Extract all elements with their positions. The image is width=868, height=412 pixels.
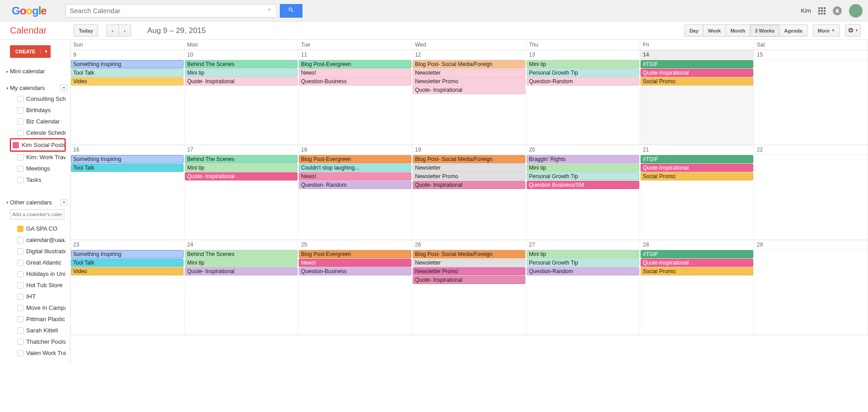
calendar-event[interactable]: Something Inspiring <box>71 250 184 258</box>
calendar-event[interactable]: Blog Post- Social Media/Foreign <box>413 60 525 68</box>
day-cell[interactable]: 11Blog Post-EvergreenNews!Question-Busin… <box>298 50 412 145</box>
calendar-event[interactable]: Mini tip <box>527 164 639 172</box>
apps-icon[interactable] <box>818 7 826 14</box>
prev-button[interactable]: ‹ <box>106 24 119 37</box>
other-calendars-header[interactable]: ▾ Other calendars ▼ <box>10 197 66 208</box>
calendar-event[interactable]: Tool Talk <box>71 164 184 172</box>
calendar-event[interactable]: Question-Random <box>527 77 639 85</box>
view-day[interactable]: Day <box>684 24 703 37</box>
calendar-event[interactable]: Quote-Inspirational <box>641 164 753 172</box>
calendar-event[interactable]: Behind The Scenes <box>185 60 297 68</box>
my-calendar-item[interactable]: Celeste Schedule <box>10 127 66 138</box>
next-button[interactable]: › <box>118 24 131 37</box>
create-dropdown-icon[interactable]: ▼ <box>41 49 51 54</box>
calendar-event[interactable]: Personal Growth Tip <box>527 69 639 77</box>
calendar-event[interactable]: #TGIF <box>641 155 753 163</box>
my-calendar-item[interactable]: Kim Social Posts Ideas <box>10 138 66 152</box>
other-calendar-item[interactable]: calendar@uaa.edu <box>10 234 66 246</box>
calendar-event[interactable]: Newsletter <box>413 69 525 77</box>
calendar-event[interactable]: Mini tip <box>527 250 639 258</box>
calendar-event[interactable]: Quote- Inspirational <box>185 172 297 180</box>
calendar-event[interactable]: #TGIF <box>641 250 753 258</box>
day-cell[interactable]: 10Behind The ScenesMini tipQuote- Inspir… <box>184 50 298 145</box>
more-button[interactable]: More ▼ <box>813 24 840 37</box>
search-options-dropdown[interactable]: ▼ <box>267 7 272 21</box>
other-calendar-item[interactable]: Digital Illustration: C... <box>10 246 66 257</box>
my-calendar-item[interactable]: Kim: Work Traveling ... <box>10 152 66 163</box>
calendar-event[interactable]: Social Promo: <box>641 77 753 85</box>
calendar-event[interactable]: Question-Random <box>527 267 639 275</box>
calendar-event[interactable]: Mini tip <box>185 164 297 172</box>
google-logo[interactable]: Google <box>12 5 47 17</box>
calendar-event[interactable]: Quote-Inspirational <box>641 259 753 267</box>
day-cell[interactable]: 23Something InspiringTool TalkVideo <box>71 240 184 335</box>
calendar-event[interactable]: Newsletter Promo <box>413 77 525 85</box>
my-calendar-item[interactable]: Biz Calendar <box>10 116 66 127</box>
calendar-event[interactable]: Social Promo: <box>641 267 753 275</box>
calendar-event[interactable]: Question- Random <box>299 181 411 189</box>
calendar-event[interactable]: Quote- Inspirational <box>185 267 297 275</box>
calendar-event[interactable]: Social Promo: <box>641 172 753 180</box>
day-cell[interactable]: 17Behind The ScenesMini tipQuote- Inspir… <box>184 145 298 240</box>
day-cell[interactable]: 26Blog Post- Social Media/ForeignNewslet… <box>412 240 526 335</box>
user-avatar[interactable] <box>849 4 863 18</box>
calendar-event[interactable]: Blog Post-Evergreen <box>299 60 411 68</box>
day-cell[interactable]: 15 <box>754 50 868 145</box>
my-calendar-item[interactable]: Birthdays <box>10 104 66 116</box>
calendar-event[interactable]: Blog Post-Evergreen <box>299 250 411 258</box>
calendar-event[interactable]: #TGIF <box>641 60 753 68</box>
calendar-event[interactable]: News! <box>299 172 411 180</box>
calendar-event[interactable]: Something Inspiring <box>71 155 184 163</box>
search-input[interactable] <box>66 4 275 18</box>
day-cell[interactable]: 13Mini tipPersonal Growth TipQuestion-Ra… <box>526 50 640 145</box>
day-cell[interactable]: 19Blog Post- Social Media/ForeignNewslet… <box>412 145 526 240</box>
calendar-event[interactable]: Mini tip <box>527 60 639 68</box>
other-calendar-item[interactable]: Pittman Plastic Social <box>10 313 66 325</box>
calendar-event[interactable]: Couldn't stop laughing... <box>299 164 411 172</box>
view-month[interactable]: Month <box>726 24 750 37</box>
calendar-event[interactable]: Quote- Inspirational <box>185 77 297 85</box>
other-calendar-item[interactable]: Thatcher Pools <box>10 336 66 347</box>
calendar-event[interactable]: Question-Business <box>299 267 411 275</box>
calendar-event[interactable]: Personal Growth Tip <box>527 172 639 180</box>
other-calendar-item[interactable]: GA SPA CO <box>10 223 66 234</box>
calendar-event[interactable]: Mini tip <box>185 259 297 267</box>
add-coworker-input[interactable] <box>10 209 64 219</box>
calendar-event[interactable]: Blog Post- Social Media/Foreign <box>413 155 525 163</box>
my-calendars-options[interactable]: ▼ <box>61 85 67 91</box>
calendar-event[interactable]: Mini tip <box>185 69 297 77</box>
calendar-event[interactable]: Newsletter Promo <box>413 267 525 275</box>
calendar-event[interactable]: Behind The Scenes <box>185 155 297 163</box>
other-calendar-item[interactable]: Move In Campaign <box>10 302 66 313</box>
other-calendar-item[interactable]: IHT <box>10 291 66 302</box>
day-cell[interactable]: 24Behind The ScenesMini tipQuote- Inspir… <box>184 240 298 335</box>
my-calendar-item[interactable]: Meetings <box>10 163 66 174</box>
app-title[interactable]: Calendar <box>10 25 47 36</box>
day-cell[interactable]: 29 <box>754 240 868 335</box>
other-calendars-options[interactable]: ▼ <box>61 199 67 206</box>
calendar-event[interactable]: Quote- Inspirational <box>413 276 525 284</box>
calendar-event[interactable]: Braggin' Rights <box>527 155 639 163</box>
day-cell[interactable]: 22 <box>754 145 868 240</box>
day-cell[interactable]: 14#TGIFQuote-InspirationalSocial Promo: <box>640 50 754 145</box>
calendar-event[interactable]: Personal Growth Tip <box>527 259 639 267</box>
other-calendar-item[interactable]: Valen Work Travelin... <box>10 347 66 359</box>
my-calendars-header[interactable]: ▾ My calendars ▼ <box>10 83 66 93</box>
calendar-event[interactable]: Quote-Inspirational <box>641 69 753 77</box>
other-calendar-item[interactable]: Hot Tub Store <box>10 279 66 291</box>
calendar-event[interactable]: Newsletter Promo <box>413 172 525 180</box>
day-cell[interactable]: 21#TGIFQuote-InspirationalSocial Promo: <box>640 145 754 240</box>
settings-button[interactable]: ▼ <box>845 24 861 37</box>
view-week[interactable]: Week <box>703 24 726 37</box>
other-calendar-item[interactable]: Sarah Kittell <box>10 325 66 336</box>
view-3-weeks[interactable]: 3 Weeks <box>750 24 780 37</box>
calendar-event[interactable]: Quote- Inspirational <box>413 181 525 189</box>
calendar-event[interactable]: Behind The Scenes <box>185 250 297 258</box>
calendar-event[interactable]: News! <box>299 259 411 267</box>
day-cell[interactable]: 25Blog Post-EvergreenNews!Question-Busin… <box>298 240 412 335</box>
view-agenda[interactable]: Agenda <box>779 24 807 37</box>
my-calendar-item[interactable]: Consulting Schedule <box>10 93 66 104</box>
other-calendar-item[interactable]: Great Atlantic <box>10 257 66 268</box>
day-cell[interactable]: 27Mini tipPersonal Growth TipQuestion-Ra… <box>526 240 640 335</box>
create-button[interactable]: CREATE ▼ <box>10 45 51 58</box>
